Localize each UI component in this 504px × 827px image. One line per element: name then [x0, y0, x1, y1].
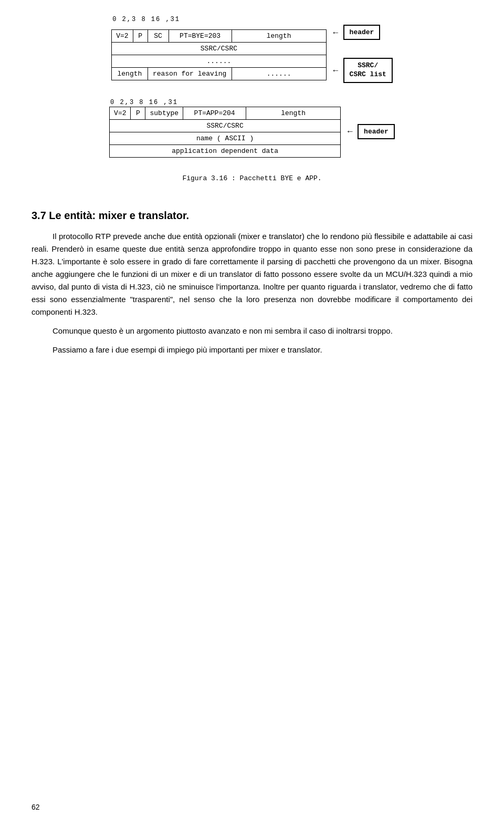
bye-p: P [133, 29, 148, 42]
app-header-label: header [358, 124, 395, 139]
figure-caption: Figura 3.16 : Pacchetti BYE e APP. [182, 174, 321, 182]
app-ssrc: SSRC/CSRC [110, 119, 341, 132]
app-p: P [131, 107, 145, 119]
app-v2: V=2 [110, 107, 131, 119]
bye-arrow1: ← [332, 28, 340, 37]
diagrams-area: 0 2,3 8 16 ,31 V=2 P SC PT=BYE=203 lengt… [32, 11, 472, 200]
app-header-entry: ← header [346, 124, 395, 139]
bye-side-labels: ← header ← SSRC/ CSRC list [332, 24, 393, 86]
bye-dots2: ...... [232, 67, 326, 80]
bye-packet-diagram: 0 2,3 8 16 ,31 V=2 P SC PT=BYE=203 lengt… [111, 16, 393, 86]
bye-reason: reason for leaving [148, 67, 232, 80]
bye-header-entry: ← header [332, 25, 393, 40]
bye-v2: V=2 [112, 29, 133, 42]
app-diagram-wrapper: V=2 P subtype PT=APP=204 length SSRC/CSR… [109, 107, 395, 158]
bye-dots1: ...... [112, 55, 326, 67]
section-title: 3.7 Le entità: mixer e translator. [32, 210, 472, 222]
app-length: length [246, 107, 341, 119]
app-arrow1: ← [346, 127, 354, 136]
app-subtype: subtype [145, 107, 183, 119]
bye-length: length [232, 29, 326, 42]
app-side-labels: ← header [346, 122, 395, 142]
bye-table: V=2 P SC PT=BYE=203 length SSRC/CSRC ...… [111, 29, 326, 80]
bye-pt: PT=BYE=203 [169, 29, 232, 42]
paragraph-3: Passiamo a fare i due esempi di impiego … [32, 344, 472, 356]
app-data: application dependent data [110, 144, 341, 157]
app-pt: PT=APP=204 [183, 107, 246, 119]
app-packet-diagram: 0 2,3 8 16 ,31 V=2 P subtype PT=APP=204 … [109, 99, 395, 158]
bye-ssrc: SSRC/CSRC [112, 42, 326, 55]
paragraph-2: Comunque questo è un argomento piuttosto… [32, 325, 472, 337]
bye-header-label: header [343, 25, 381, 40]
app-table: V=2 P subtype PT=APP=204 length SSRC/CSR… [109, 107, 341, 158]
bye-len2: length [112, 67, 148, 80]
bye-diagram-wrapper: V=2 P SC PT=BYE=203 length SSRC/CSRC ...… [111, 24, 393, 86]
bye-csrc-entry: ← SSRC/ CSRC list [332, 58, 393, 83]
bye-csrc-label: SSRC/ CSRC list [343, 58, 393, 83]
bye-arrow2: ← [332, 66, 340, 75]
app-name: name ( ASCII ) [110, 132, 341, 144]
app-numbers: 0 2,3 8 16 ,31 [109, 99, 395, 106]
bye-numbers: 0 2,3 8 16 ,31 [111, 16, 393, 23]
paragraph-1: Il protocollo RTP prevede anche due enti… [32, 230, 472, 318]
bye-sc: SC [148, 29, 169, 42]
page-number: 62 [32, 803, 40, 811]
